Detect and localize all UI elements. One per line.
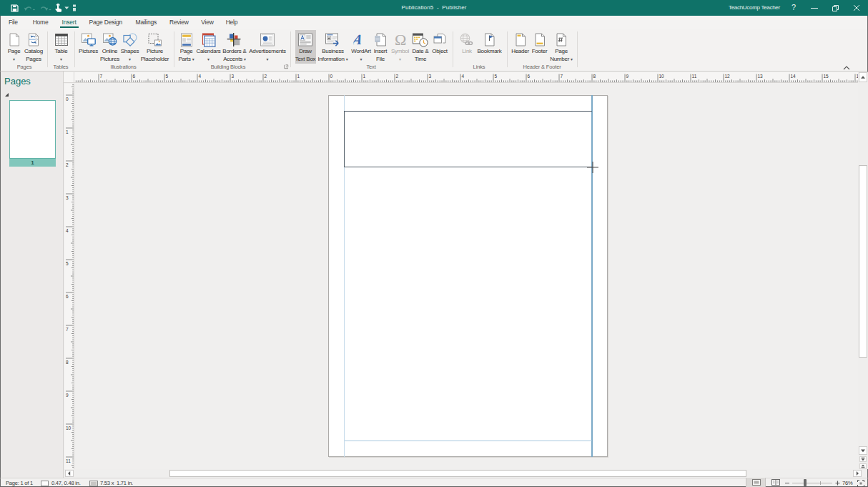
svg-text:Ω: Ω <box>395 33 406 46</box>
svg-text:7: 7 <box>100 74 103 79</box>
svg-text:3: 3 <box>232 74 235 79</box>
svg-text:1: 1 <box>363 74 366 79</box>
svg-text:4: 4 <box>66 228 69 233</box>
svg-text:7: 7 <box>66 327 69 332</box>
svg-text:3: 3 <box>66 195 69 200</box>
svg-text:10: 10 <box>659 74 665 79</box>
svg-text:0: 0 <box>330 74 333 79</box>
svg-text:5: 5 <box>495 74 498 79</box>
svg-text:4: 4 <box>199 74 202 79</box>
svg-text:8: 8 <box>593 74 596 79</box>
svg-text:9: 9 <box>626 74 629 79</box>
svg-text:3: 3 <box>429 74 432 79</box>
svg-text:7: 7 <box>561 74 563 79</box>
svg-text:15: 15 <box>824 74 829 79</box>
svg-text:11: 11 <box>66 458 71 463</box>
svg-text:1: 1 <box>297 74 300 79</box>
svg-text:6: 6 <box>528 74 531 79</box>
svg-text:13: 13 <box>758 74 764 79</box>
svg-text:5: 5 <box>166 74 169 79</box>
svg-text:2: 2 <box>66 162 69 167</box>
svg-text:9: 9 <box>66 393 69 398</box>
svg-text:2: 2 <box>396 74 399 79</box>
svg-text:0: 0 <box>66 97 69 102</box>
svg-text:6: 6 <box>133 74 136 79</box>
svg-text:A: A <box>354 33 365 46</box>
svg-text:12: 12 <box>725 74 731 79</box>
svg-text:5: 5 <box>66 261 69 266</box>
svg-text:1: 1 <box>66 129 69 134</box>
svg-text:10: 10 <box>66 425 71 431</box>
svg-text:6: 6 <box>66 294 69 299</box>
svg-text:2: 2 <box>265 74 267 79</box>
svg-text:8: 8 <box>66 360 69 365</box>
svg-text:14: 14 <box>791 74 797 79</box>
svg-text:4: 4 <box>462 74 465 79</box>
svg-text:11: 11 <box>692 74 697 79</box>
